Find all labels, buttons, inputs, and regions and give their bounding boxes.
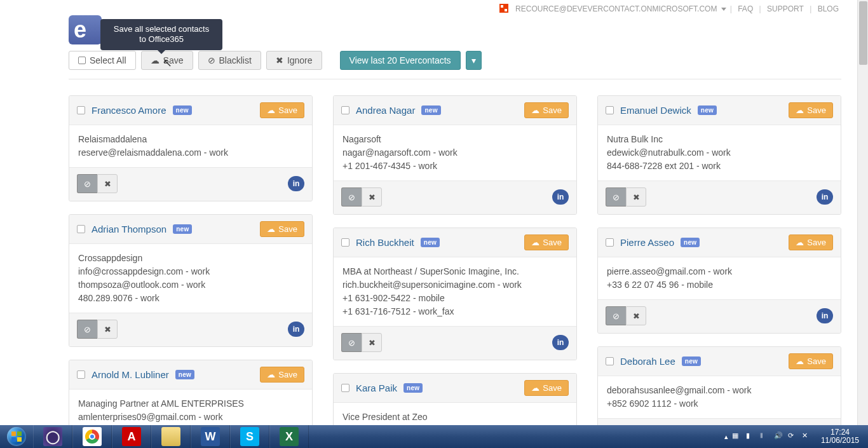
contact-checkbox[interactable] (77, 370, 85, 379)
contact-line: Managing Partner at AML ENTERPRISES (78, 397, 303, 411)
page-scrollbar[interactable] (857, 0, 868, 425)
contact-blacklist-button[interactable]: ⊘ (606, 187, 626, 207)
tray-volume-icon[interactable]: 🔊 (774, 431, 784, 442)
contact-save-button[interactable]: ☁Save (260, 221, 304, 237)
eclipse-icon: ◯ (43, 427, 62, 446)
contact-save-button[interactable]: ☁Save (789, 353, 833, 369)
contact-save-button[interactable]: ☁Save (260, 102, 304, 118)
contact-name[interactable]: Francesco Amore (92, 105, 166, 116)
taskbar-app-word[interactable]: W (191, 425, 230, 448)
scrollbar-thumb[interactable] (859, 1, 867, 65)
contact-line: +33 6 22 07 45 96 - mobile (607, 278, 832, 292)
tray-chevron-icon[interactable]: ▴ (724, 433, 728, 441)
linkedin-icon[interactable]: in (817, 308, 833, 323)
contact-checkbox[interactable] (606, 357, 614, 365)
contact-name[interactable]: Rich Buckheit (356, 237, 414, 248)
linkedin-icon[interactable]: in (817, 189, 833, 205)
tray-battery-icon[interactable]: ▮ (746, 431, 756, 442)
contact-details: Relaismaddalena reserve@relaismaddalena.… (69, 125, 312, 167)
contact-ignore-button[interactable]: ✖ (626, 306, 646, 325)
tray-sync-icon[interactable]: ⟳ (788, 431, 798, 442)
top-nav: RECOURCE@DEVEVERCONTACT.ONMICROSOFT.COM … (499, 4, 841, 13)
contact-save-button[interactable]: ☁Save (524, 234, 569, 250)
blog-link[interactable]: BLOG (818, 4, 839, 13)
contact-checkbox[interactable] (606, 238, 614, 247)
contact-blacklist-button[interactable]: ⊘ (606, 306, 626, 325)
faq-link[interactable]: FAQ (738, 4, 753, 13)
contact-name[interactable]: Adrian Thompson (92, 224, 166, 234)
contact-name[interactable]: Kara Paik (356, 383, 397, 393)
contact-card: Adrian Thompson new ☁Save Crossappdesign… (69, 214, 313, 347)
contact-save-button[interactable]: ☁Save (524, 102, 569, 118)
system-tray[interactable]: ▴ ▦ ▮ ⫴ 🔊 ⟳ ✕ 17:24 11/06/2015 (721, 425, 868, 448)
contact-blacklist-button[interactable]: ⊘ (341, 333, 362, 352)
contact-save-button[interactable]: ☁Save (789, 234, 833, 250)
contact-name[interactable]: Pierre Asseo (620, 237, 674, 248)
tray-action-center-icon[interactable]: ▦ (732, 431, 742, 442)
contact-line: nagar@nagarsoft.com - work (342, 146, 567, 160)
save-tooltip: Save all selected contacts to Office365 (100, 19, 222, 50)
contact-details: Crossappdesign info@crossappdesign.com -… (69, 244, 312, 313)
contact-name[interactable]: Arnold M. Lubliner (92, 369, 169, 380)
tray-security-icon[interactable]: ✕ (802, 431, 812, 442)
linkedin-icon[interactable]: in (288, 322, 304, 337)
cloud-upload-icon: ☁ (531, 238, 539, 247)
contact-line: +1 201-467-4345 - work (342, 160, 567, 173)
chevron-down-icon[interactable] (721, 8, 726, 11)
contact-save-button[interactable]: ☁Save (260, 367, 304, 383)
contact-card: Kara Paik new ☁Save Vice President at Ze… (333, 373, 577, 425)
start-button[interactable] (0, 425, 33, 448)
save-button[interactable]: ☁Save (141, 51, 193, 70)
contact-blacklist-button[interactable]: ⊘ (77, 174, 97, 193)
contact-checkbox[interactable] (606, 106, 614, 114)
taskbar-app-explorer[interactable] (151, 425, 191, 448)
contact-details: Vice President at Zeo kara.paik@zeo.com … (334, 403, 576, 425)
contact-ignore-button[interactable]: ✖ (362, 187, 382, 207)
contact-line: Nagarsoft (342, 133, 567, 146)
support-link[interactable]: SUPPORT (767, 4, 804, 13)
blacklist-button[interactable]: ⊘Blacklist (198, 51, 261, 70)
contact-details: Nagarsoft nagar@nagarsoft.com - work +1 … (334, 125, 576, 180)
grid-col-3: Emanuel Dewick new ☁Save Nutra Bulk Inc … (597, 95, 841, 425)
contact-checkbox[interactable] (341, 238, 349, 247)
contact-line: +1 631-716-7512 - work_fax (342, 305, 567, 318)
taskbar-app-excel[interactable]: X (269, 425, 309, 448)
cloud-upload-icon: ☁ (267, 105, 275, 115)
linkedin-icon[interactable]: in (552, 189, 569, 205)
contact-ignore-button[interactable]: ✖ (626, 187, 646, 207)
view-last-dropdown[interactable]: ▾ (466, 51, 482, 70)
contact-blacklist-button[interactable]: ⊘ (77, 320, 97, 339)
contact-checkbox[interactable] (77, 106, 85, 114)
taskbar-app-eclipse[interactable]: ◯ (33, 425, 72, 448)
contact-ignore-button[interactable]: ✖ (97, 174, 118, 193)
contact-card: Deborah Lee new ☁Save deborahsusanlee@gm… (597, 346, 841, 425)
select-all-label: Select All (90, 55, 126, 65)
contact-save-button[interactable]: ☁Save (789, 102, 833, 118)
contact-save-button[interactable]: ☁Save (524, 380, 569, 396)
contact-checkbox[interactable] (341, 106, 349, 114)
contact-checkbox[interactable] (77, 225, 85, 233)
contact-name[interactable]: Andrea Nagar (356, 105, 415, 116)
linkedin-icon[interactable]: in (288, 176, 304, 191)
view-last-button[interactable]: View last 20 Evercontacts (340, 51, 461, 70)
ignore-button[interactable]: ✖Ignore (266, 51, 322, 70)
contact-line: rich.buckheit@supersonicimagine.com - wo… (342, 278, 567, 292)
account-email-link[interactable]: RECOURCE@DEVEVERCONTACT.ONMICROSOFT.COM (515, 4, 717, 13)
contact-blacklist-button[interactable]: ⊘ (341, 187, 362, 207)
taskbar-app-adobe-reader[interactable]: A (112, 425, 151, 448)
linkedin-icon[interactable]: in (552, 335, 569, 350)
taskbar-app-skype[interactable]: S (230, 425, 269, 448)
contact-card: Pierre Asseo new ☁Save pierre.asseo@gmai… (597, 227, 841, 334)
contact-checkbox[interactable] (341, 384, 349, 392)
tray-wifi-icon[interactable]: ⫴ (760, 431, 770, 442)
contact-name[interactable]: Deborah Lee (620, 356, 675, 367)
cloud-upload-icon: ☁ (267, 224, 275, 234)
taskbar-app-chrome[interactable] (72, 425, 112, 448)
checkbox-icon (78, 57, 86, 64)
contact-name[interactable]: Emanuel Dewick (620, 105, 691, 116)
select-all-button[interactable]: Select All (69, 51, 136, 70)
windows-logo-icon (7, 427, 26, 446)
taskbar-clock[interactable]: 17:24 11/06/2015 (816, 428, 864, 445)
contact-ignore-button[interactable]: ✖ (97, 320, 118, 339)
contact-ignore-button[interactable]: ✖ (362, 333, 382, 352)
